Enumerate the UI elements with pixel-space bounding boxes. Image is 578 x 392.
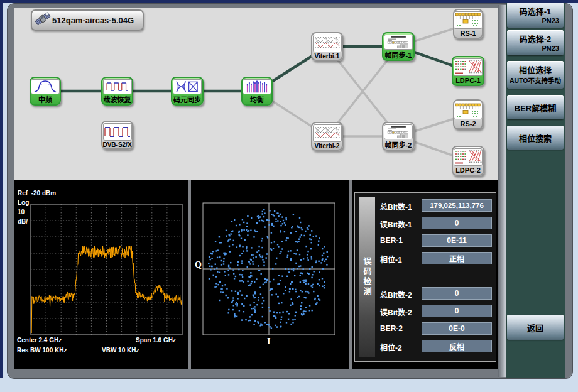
error-row-value: 0E-11 (422, 234, 492, 247)
ldpc-icon (454, 58, 483, 76)
flow-block-frame1[interactable]: 帧同步-1 (382, 32, 415, 61)
flow-block-label: RS-2 (460, 119, 476, 128)
flow-block-label: 均衡 (250, 94, 264, 104)
error-row-label: 总Bit数-2 (380, 289, 412, 300)
error-row: 总Bit数-1179,025,113,776 (380, 199, 496, 212)
flow-block-label: LDPC-1 (455, 76, 481, 85)
side-button-label: 码选择-2 (507, 30, 564, 45)
spectrum-center-label: Center 2.4 GHz (17, 337, 62, 344)
frame-icon (384, 35, 413, 50)
side-button-label: 码选择-1 (507, 3, 564, 17)
flow-block-carrier[interactable]: 载波恢复 (101, 77, 133, 106)
side-button-phase-search[interactable]: 相位搜索 (507, 126, 564, 150)
side-button-label: BER解模糊 (507, 95, 564, 119)
error-row-label: BER-1 (380, 236, 403, 245)
side-button-code-select-2[interactable]: 码选择-2PN23 (507, 30, 564, 55)
i-axis-label: I (267, 337, 270, 347)
flow-block-label: 帧同步-1 (385, 50, 412, 60)
side-button-sublabel: PN23 (507, 17, 564, 24)
side-button-sublabel: PN23 (507, 45, 564, 52)
left-border-bar (0, 0, 3, 378)
flow-block-dvb[interactable]: DVB-S2/X (101, 121, 133, 150)
error-row-value: 0 (422, 287, 492, 300)
flow-block-label: 中频 (38, 94, 52, 104)
side-button-ber-deblur[interactable]: BER解模糊 (507, 95, 564, 119)
error-row: BER-10E-11 (380, 234, 496, 247)
constellation-panel: Q I (191, 180, 349, 369)
flow-block-label: Viterbi-1 (315, 52, 340, 60)
spectrum-log-label: Log (18, 199, 29, 206)
spectrum-dbdiv-label: dB/ (18, 218, 28, 225)
error-row: 误Bit数-10 (380, 217, 496, 229)
flow-block-label: LDPC-2 (455, 166, 481, 175)
error-detection-side-strip: 误码检测 (359, 197, 375, 357)
bars-icon (243, 79, 271, 94)
ldpc-icon (454, 148, 483, 166)
error-row-label: 总Bit数-1 (380, 201, 412, 212)
content-sidebar-divider (498, 5, 506, 377)
spectrum-span-label: Span 1.6 GHz (136, 337, 176, 344)
top-border-bar (0, 0, 578, 3)
flow-block-rs2[interactable]: RS-2 (453, 99, 483, 129)
error-row-label: BER-2 (380, 324, 403, 333)
error-row-label: 相位-1 (380, 254, 402, 264)
flow-block-if[interactable]: 中频 (30, 77, 61, 106)
q-axis-label: Q (195, 260, 202, 270)
spectrum-icon (31, 79, 60, 94)
error-row-value: 反相 (422, 340, 492, 352)
error-row-value: 正相 (422, 252, 492, 264)
frame-icon (384, 124, 413, 139)
side-button-phase-select[interactable]: 相位选择AUTO不支持手动 (507, 61, 564, 89)
side-button-label: 返回 (507, 315, 564, 340)
error-row-value: 0E-0 (422, 322, 492, 335)
spectrum-vbw-label: VBW 10 KHz (102, 347, 139, 354)
app-window: 512qam-aircas-5.04G 中频载波恢复码元同步均衡DVB-S2/X… (0, 0, 578, 392)
side-button-back[interactable]: 返回 (507, 315, 564, 340)
flow-block-label: DVB-S2/X (102, 141, 131, 148)
side-button-sublabel: AUTO不支持手动 (507, 75, 564, 85)
error-row: 误Bit数-20 (380, 305, 496, 317)
error-row-label: 相位-2 (380, 342, 402, 352)
flow-block-viterbi2[interactable]: Viterbi-2 (311, 122, 343, 151)
side-button-label: 相位搜索 (507, 126, 564, 150)
error-row-label: 误Bit数-2 (380, 307, 412, 317)
error-row: 相位-2反相 (380, 340, 496, 352)
error-detection-panel: 误码检测 总Bit数-1179,025,113,776误Bit数-10BER-1… (352, 180, 498, 369)
flow-block-ldpc1[interactable]: LDPC-1 (452, 56, 484, 86)
spectrum-panel: Ref -20 dBm Log 10 dB/ Center 2.4 GHz Sp… (14, 180, 188, 369)
error-detection-side-label: 误码检测 (361, 257, 373, 297)
wave-icon (103, 123, 132, 141)
spectrum-scale-label: 10 (18, 209, 25, 215)
error-row: 总Bit数-20 (380, 287, 496, 300)
error-row-value: 179,025,113,776 (422, 199, 492, 212)
sidebar: 码选择-1PN23码选择-2PN23相位选择AUTO不支持手动BER解模糊相位搜… (506, 3, 565, 378)
flow-block-equalize[interactable]: 均衡 (241, 77, 273, 106)
side-button-code-select-1[interactable]: 码选择-1PN23 (507, 3, 564, 28)
spectrum-ref-label: Ref -20 dBm (18, 190, 56, 197)
eye-icon (173, 79, 202, 94)
side-button-label: 相位选择 (507, 61, 564, 75)
error-row-label: 误Bit数-1 (380, 219, 412, 229)
flow-block-symsync[interactable]: 码元同步 (171, 77, 204, 106)
flow-block-label: 载波恢复 (104, 94, 131, 104)
flow-block-rs1[interactable]: RS-1 (453, 9, 483, 39)
flow-block-label: 码元同步 (173, 94, 201, 104)
error-row: 相位-1正相 (380, 252, 496, 264)
error-detection-box: 误码检测 总Bit数-1179,025,113,776误Bit数-10BER-1… (354, 192, 496, 362)
flow-block-label: Viterbi-2 (315, 142, 340, 150)
error-row-value: 0 (422, 217, 492, 229)
flow-block-frame2[interactable]: 帧同步-2 (382, 122, 415, 151)
error-row-value: 0 (422, 305, 492, 317)
spectrum-rbw-label: Res BW 100 KHz (17, 347, 67, 354)
flow-block-ldpc2[interactable]: LDPC-2 (452, 146, 484, 176)
rs-icon (454, 102, 483, 119)
wave-icon (103, 79, 132, 94)
trellis-icon (313, 35, 342, 52)
trellis-icon (313, 124, 342, 142)
error-row: BER-20E-0 (380, 322, 496, 335)
rs-icon (454, 11, 483, 29)
flow-diagram-area: 512qam-aircas-5.04G 中频载波恢复码元同步均衡DVB-S2/X… (14, 8, 498, 180)
flow-block-label: 帧同步-2 (385, 139, 412, 150)
flow-block-label: RS-1 (460, 29, 476, 38)
flow-block-viterbi1[interactable]: Viterbi-1 (311, 32, 343, 61)
